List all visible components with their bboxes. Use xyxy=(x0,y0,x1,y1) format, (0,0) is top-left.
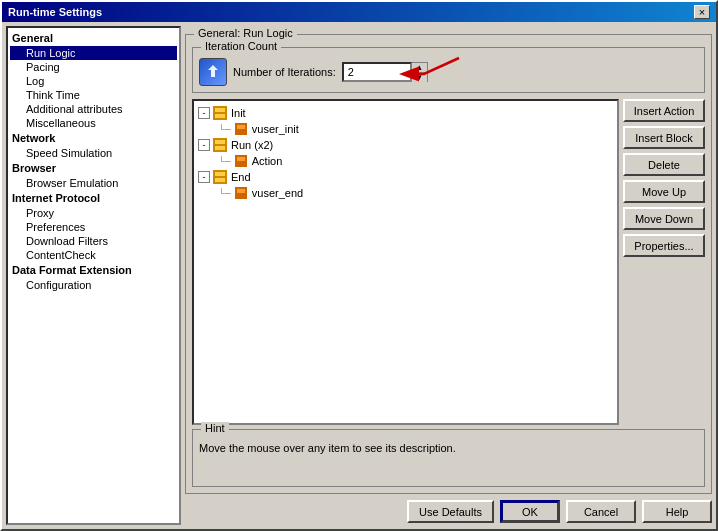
vuser-end-label: vuser_end xyxy=(252,187,303,199)
end-icon xyxy=(212,170,228,184)
spin-up-button[interactable]: ▲ xyxy=(412,63,427,73)
delete-button[interactable]: Delete xyxy=(623,153,705,176)
spin-down-button[interactable]: ▼ xyxy=(412,73,427,82)
iteration-count-label: Iteration Count xyxy=(201,40,281,52)
end-label: End xyxy=(231,171,251,183)
svg-rect-10 xyxy=(237,157,245,161)
tree-item-log[interactable]: Log xyxy=(10,74,177,88)
move-up-button[interactable]: Move Up xyxy=(623,180,705,203)
tree-item-speed-simulation[interactable]: Speed Simulation xyxy=(10,146,177,160)
action-buttons: Insert Action Insert Block Delete Move U… xyxy=(623,99,705,425)
expand-init[interactable]: - xyxy=(198,107,210,119)
tree-item-miscellaneous[interactable]: Miscellaneous xyxy=(10,116,177,130)
properties-button[interactable]: Properties... xyxy=(623,234,705,257)
help-button[interactable]: Help xyxy=(642,500,712,523)
svg-rect-5 xyxy=(237,125,245,129)
iterations-label: Number of Iterations: xyxy=(233,66,336,78)
init-label: Init xyxy=(231,107,246,119)
tree-item-browser-emulation[interactable]: Browser Emulation xyxy=(10,176,177,190)
use-defaults-button[interactable]: Use Defaults xyxy=(407,500,494,523)
tree-item-additional-attrs[interactable]: Additional attributes xyxy=(10,102,177,116)
hint-label: Hint xyxy=(201,422,229,434)
run-label: Run (x2) xyxy=(231,139,273,151)
tree-item-configuration[interactable]: Configuration xyxy=(10,278,177,292)
tree-item-pacing[interactable]: Pacing xyxy=(10,60,177,74)
tree-item-run-logic[interactable]: Run Logic xyxy=(10,46,177,60)
tree-row-init[interactable]: - Init xyxy=(198,105,613,121)
init-icon xyxy=(212,106,228,120)
iterations-input[interactable] xyxy=(342,62,412,82)
svg-rect-7 xyxy=(215,140,225,144)
svg-rect-12 xyxy=(215,172,225,176)
main-content: General Run Logic Pacing Log Think Time … xyxy=(2,22,716,529)
title-bar: Run-time Settings × xyxy=(2,2,716,22)
hint-section: Hint Move the mouse over any item to see… xyxy=(192,429,705,487)
svg-rect-13 xyxy=(215,178,225,182)
svg-rect-2 xyxy=(215,108,225,112)
bottom-button-bar: Use Defaults OK Cancel Help xyxy=(185,494,712,525)
tree-item-data-format[interactable]: Data Format Extension xyxy=(10,262,177,278)
tree-item-internet-protocol[interactable]: Internet Protocol xyxy=(10,190,177,206)
iteration-icon xyxy=(199,58,227,86)
tree-row-action[interactable]: └─ Action xyxy=(218,153,613,169)
tree-item-proxy[interactable]: Proxy xyxy=(10,206,177,220)
tree-item-think-time[interactable]: Think Time xyxy=(10,88,177,102)
tree-row-run[interactable]: - Run (x2) xyxy=(198,137,613,153)
hint-text: Move the mouse over any item to see its … xyxy=(193,430,704,458)
tree-row-vuser-init[interactable]: └─ vuser_init xyxy=(218,121,613,137)
tree-row-end[interactable]: - End xyxy=(198,169,613,185)
expand-end[interactable]: - xyxy=(198,171,210,183)
insert-block-button[interactable]: Insert Block xyxy=(623,126,705,149)
svg-rect-8 xyxy=(215,146,225,150)
run-icon xyxy=(212,138,228,152)
move-down-button[interactable]: Move Down xyxy=(623,207,705,230)
vuser-init-icon xyxy=(233,122,249,136)
action-tree-view: - Init └─ xyxy=(192,99,619,425)
runtime-settings-window: Run-time Settings × General Run Logic Pa… xyxy=(0,0,718,531)
tree-row-vuser-end[interactable]: └─ vuser_end xyxy=(218,185,613,201)
svg-rect-15 xyxy=(237,189,245,193)
ok-button[interactable]: OK xyxy=(500,500,560,523)
main-group-title: General: Run Logic xyxy=(194,27,297,39)
close-button[interactable]: × xyxy=(694,5,710,19)
tree-item-download-filters[interactable]: Download Filters xyxy=(10,234,177,248)
tree-item-general[interactable]: General xyxy=(10,30,177,46)
svg-rect-3 xyxy=(215,114,225,118)
tree-item-contentcheck[interactable]: ContentCheck xyxy=(10,248,177,262)
insert-action-button[interactable]: Insert Action xyxy=(623,99,705,122)
tree-item-network[interactable]: Network xyxy=(10,130,177,146)
tree-item-preferences[interactable]: Preferences xyxy=(10,220,177,234)
left-tree-panel: General Run Logic Pacing Log Think Time … xyxy=(6,26,181,525)
tree-item-browser[interactable]: Browser xyxy=(10,160,177,176)
window-title: Run-time Settings xyxy=(8,6,102,18)
vuser-end-icon xyxy=(233,186,249,200)
action-icon xyxy=(233,154,249,168)
right-panel: General: Run Logic Iteration Count Numbe… xyxy=(185,26,712,525)
expand-run[interactable]: - xyxy=(198,139,210,151)
action-label: Action xyxy=(252,155,283,167)
vuser-init-label: vuser_init xyxy=(252,123,299,135)
cancel-button[interactable]: Cancel xyxy=(566,500,636,523)
